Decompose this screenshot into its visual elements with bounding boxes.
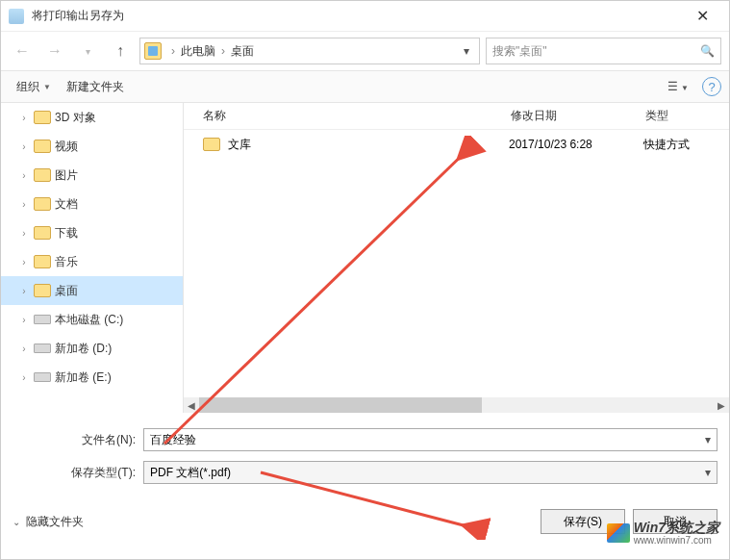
sidebar-item-pictures[interactable]: ›图片 <box>1 161 183 190</box>
sidebar-item-documents[interactable]: ›文档 <box>1 190 183 218</box>
search-input[interactable]: 搜索"桌面" 🔍 <box>486 38 721 64</box>
view-options-button[interactable]: ☰ ▼ <box>662 76 694 97</box>
save-button[interactable]: 保存(S) <box>541 509 625 534</box>
pc-icon <box>144 42 162 60</box>
scroll-left-icon[interactable]: ◀ <box>184 397 199 413</box>
new-folder-button[interactable]: 新建文件夹 <box>59 75 132 99</box>
help-icon[interactable]: ? <box>702 77 721 96</box>
sidebar: ›3D 对象 ›视频 ›图片 ›文档 ›下载 ›音乐 ›桌面 ›本地磁盘 (C:… <box>1 103 184 413</box>
column-modified[interactable]: 修改日期 <box>511 108 645 124</box>
breadcrumb-desktop[interactable]: 桌面 <box>231 43 254 60</box>
nav-recent-button[interactable]: ▾ <box>74 38 101 64</box>
filename-input[interactable]: 百度经验 ▾ <box>143 428 717 451</box>
chevron-down-icon[interactable]: ▾ <box>705 466 711 479</box>
list-item[interactable]: 文库 2017/10/23 6:28 快捷方式 <box>184 130 729 159</box>
column-type[interactable]: 类型 <box>645 108 729 124</box>
horizontal-scrollbar[interactable]: ◀ ▶ <box>184 397 729 413</box>
chevron-right-icon: › <box>171 44 175 58</box>
sidebar-item-3d-objects[interactable]: ›3D 对象 <box>1 103 183 132</box>
folder-icon <box>203 138 220 151</box>
search-placeholder: 搜索"桌面" <box>492 43 547 60</box>
nav-back-button[interactable]: ← <box>9 38 36 64</box>
filetype-label: 保存类型(T): <box>13 465 143 481</box>
sidebar-item-drive-c[interactable]: ›本地磁盘 (C:) <box>1 305 183 334</box>
file-modified: 2017/10/23 6:28 <box>509 138 643 151</box>
chevron-down-icon[interactable]: ▾ <box>705 433 711 446</box>
column-name[interactable]: 名称 <box>203 108 511 124</box>
breadcrumb[interactable]: › 此电脑 › 桌面 ▾ <box>139 38 480 64</box>
file-list: 名称 修改日期 类型 文库 2017/10/23 6:28 快捷方式 ◀ ▶ <box>184 103 729 413</box>
file-type: 快捷方式 <box>643 137 729 153</box>
sidebar-item-desktop[interactable]: ›桌面 <box>1 276 183 305</box>
sidebar-item-drive-e[interactable]: ›新加卷 (E:) <box>1 363 183 392</box>
breadcrumb-dropdown[interactable]: ▾ <box>458 44 475 58</box>
file-name: 文库 <box>228 137 509 153</box>
nav-forward-button[interactable]: → <box>41 38 68 64</box>
close-icon[interactable]: ✕ <box>683 7 721 25</box>
sidebar-item-videos[interactable]: ›视频 <box>1 132 183 161</box>
chevron-right-icon: › <box>221 44 225 58</box>
hide-folders-button[interactable]: ⌄ 隐藏文件夹 <box>13 514 84 530</box>
organize-button[interactable]: 组织 ▼ <box>9 75 59 99</box>
chevron-down-icon: ⌄ <box>13 517 20 527</box>
window-title: 将打印输出另存为 <box>32 8 683 24</box>
nav-up-button[interactable]: ↑ <box>107 38 134 64</box>
scroll-right-icon[interactable]: ▶ <box>714 397 729 413</box>
sidebar-item-music[interactable]: ›音乐 <box>1 247 183 276</box>
app-icon <box>9 9 24 24</box>
sidebar-item-drive-d[interactable]: ›新加卷 (D:) <box>1 334 183 363</box>
cancel-button[interactable]: 取消 <box>633 509 717 534</box>
filename-label: 文件名(N): <box>13 432 143 448</box>
search-icon[interactable]: 🔍 <box>700 44 715 58</box>
chevron-down-icon: ▼ <box>43 83 51 91</box>
scrollbar-thumb[interactable] <box>199 397 482 413</box>
sidebar-item-downloads[interactable]: ›下载 <box>1 218 183 247</box>
breadcrumb-pc[interactable]: 此电脑 <box>181 43 215 60</box>
filetype-select[interactable]: PDF 文档(*.pdf) ▾ <box>143 461 717 484</box>
